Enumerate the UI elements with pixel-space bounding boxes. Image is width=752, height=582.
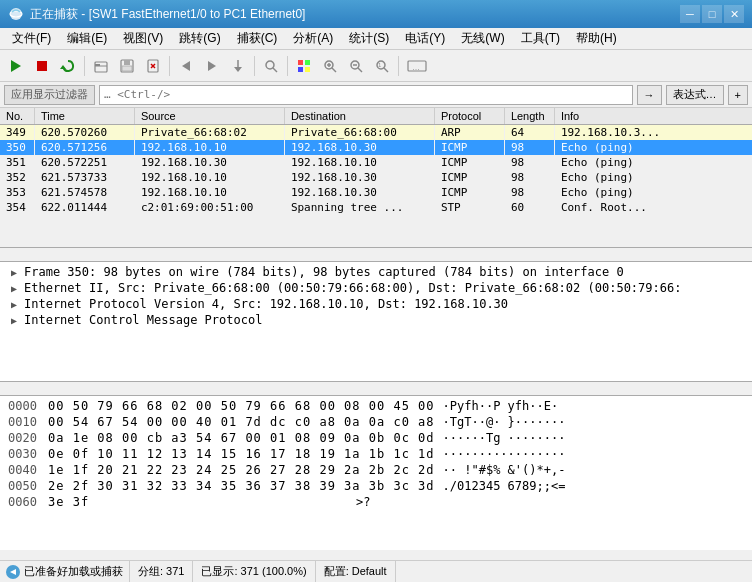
cell-info: Echo (ping)	[554, 140, 752, 155]
svg-line-18	[273, 68, 277, 72]
status-profile: 配置: Default	[316, 561, 396, 582]
svg-rect-19	[298, 60, 303, 65]
stop-capture-button[interactable]	[30, 54, 54, 78]
cell-proto: ICMP	[434, 170, 504, 185]
filter-expression-button[interactable]: 表达式…	[666, 85, 724, 105]
find-icon	[263, 58, 279, 74]
capture-options-button[interactable]: …	[403, 54, 431, 78]
zoom-in-button[interactable]	[318, 54, 342, 78]
hex-bytes: 0a 1e 08 00 cb a3 54 67 00 01 08 09 0a 0…	[48, 431, 435, 445]
status-displayed-text: 已显示: 371 (100.0%)	[201, 564, 306, 579]
shark-mini-icon	[8, 567, 18, 577]
menu-stats[interactable]: 统计(S)	[341, 28, 397, 49]
menu-help[interactable]: 帮助(H)	[568, 28, 625, 49]
hex-row: 0060 3e 3f >?	[0, 494, 752, 510]
hex-row: 0010 00 54 67 54 00 00 40 01 7d dc c0 a8…	[0, 414, 752, 430]
table-row[interactable]: 354 622.011444 c2:01:69:00:51:00 Spannin…	[0, 200, 752, 215]
cell-proto: STP	[434, 200, 504, 215]
hex-offset: 0040	[8, 463, 40, 477]
table-row[interactable]: 349 620.570260 Private_66:68:02 Private_…	[0, 125, 752, 141]
close-capture-button[interactable]	[141, 54, 165, 78]
svg-rect-22	[305, 67, 310, 72]
title-controls: ─ □ ✕	[680, 5, 744, 23]
hex-panel[interactable]: 0000 00 50 79 66 68 02 00 50 79 66 68 00…	[0, 396, 752, 550]
cell-dst: Private_66:68:00	[284, 125, 434, 141]
detail-row[interactable]: ▶ Frame 350: 98 bytes on wire (784 bits)…	[0, 264, 752, 280]
table-row[interactable]: 352 621.573733 192.168.10.10 192.168.10.…	[0, 170, 752, 185]
maximize-button[interactable]: □	[702, 5, 722, 23]
cell-no: 350	[0, 140, 34, 155]
hex-row: 0020 0a 1e 08 00 cb a3 54 67 00 01 08 09…	[0, 430, 752, 446]
hex-ascii: >?	[356, 495, 370, 509]
menu-wireless[interactable]: 无线(W)	[453, 28, 512, 49]
cell-len: 98	[504, 140, 554, 155]
find-button[interactable]	[259, 54, 283, 78]
back-button[interactable]	[174, 54, 198, 78]
jump-icon	[230, 58, 246, 74]
start-capture-button[interactable]	[4, 54, 28, 78]
menu-file[interactable]: 文件(F)	[4, 28, 59, 49]
hex-row: 0030 0e 0f 10 11 12 13 14 15 16 17 18 19…	[0, 446, 752, 462]
hex-offset: 0030	[8, 447, 40, 461]
menu-go[interactable]: 跳转(G)	[171, 28, 228, 49]
cell-len: 64	[504, 125, 554, 141]
menu-phone[interactable]: 电话(Y)	[397, 28, 453, 49]
stop-icon	[34, 58, 50, 74]
detail-row[interactable]: ▶ Internet Control Message Protocol	[0, 312, 752, 328]
status-ready-text: 已准备好加载或捕获	[24, 564, 123, 579]
packet-scroll[interactable]: No. Time Source Destination Protocol Len…	[0, 108, 752, 247]
cell-proto: ICMP	[434, 155, 504, 170]
save-file-button[interactable]	[115, 54, 139, 78]
col-info: Info	[554, 108, 752, 125]
open-file-button[interactable]	[89, 54, 113, 78]
menu-capture[interactable]: 捕获(C)	[229, 28, 286, 49]
menu-view[interactable]: 视图(V)	[115, 28, 171, 49]
table-row[interactable]: 353 621.574578 192.168.10.10 192.168.10.…	[0, 185, 752, 200]
forward-icon	[204, 58, 220, 74]
zoom-out-icon	[348, 58, 364, 74]
table-row[interactable]: 350 620.571256 192.168.10.10 192.168.10.…	[0, 140, 752, 155]
cell-no: 351	[0, 155, 34, 170]
cell-src: 192.168.10.10	[134, 185, 284, 200]
menu-bar: 文件(F) 编辑(E) 视图(V) 跳转(G) 捕获(C) 分析(A) 统计(S…	[0, 28, 752, 50]
zoom-reset-button[interactable]: 1	[370, 54, 394, 78]
cell-len: 98	[504, 155, 554, 170]
status-bar: 已准备好加载或捕获 分组: 371 已显示: 371 (100.0%) 配置: …	[0, 560, 752, 582]
detail-expand-icon[interactable]: ▶	[8, 298, 20, 310]
jump-button[interactable]	[226, 54, 250, 78]
status-ready-section: 已准备好加载或捕获	[0, 561, 130, 582]
zoom-reset-icon: 1	[374, 58, 390, 74]
toolbar-sep-2	[169, 56, 170, 76]
restart-capture-button[interactable]	[56, 54, 80, 78]
zoom-out-button[interactable]	[344, 54, 368, 78]
detail-expand-icon[interactable]: ▶	[8, 266, 20, 278]
detail-horizontal-scrollbar[interactable]	[0, 382, 752, 396]
detail-panel[interactable]: ▶ Frame 350: 98 bytes on wire (784 bits)…	[0, 262, 752, 382]
menu-tools[interactable]: 工具(T)	[513, 28, 568, 49]
cell-info: Echo (ping)	[554, 155, 752, 170]
filter-add-button[interactable]: +	[728, 85, 748, 105]
col-no: No.	[0, 108, 34, 125]
colorize-button[interactable]	[292, 54, 316, 78]
detail-row[interactable]: ▶ Ethernet II, Src: Private_66:68:00 (00…	[0, 280, 752, 296]
detail-row[interactable]: ▶ Internet Protocol Version 4, Src: 192.…	[0, 296, 752, 312]
table-row[interactable]: 351 620.572251 192.168.10.30 192.168.10.…	[0, 155, 752, 170]
detail-expand-icon[interactable]: ▶	[8, 314, 20, 326]
hex-offset: 0020	[8, 431, 40, 445]
start-icon	[8, 58, 24, 74]
close-button[interactable]: ✕	[724, 5, 744, 23]
minimize-button[interactable]: ─	[680, 5, 700, 23]
svg-marker-2	[11, 60, 21, 72]
filter-input[interactable]	[99, 85, 633, 105]
open-icon	[93, 58, 109, 74]
detail-expand-icon[interactable]: ▶	[8, 282, 20, 294]
forward-button[interactable]	[200, 54, 224, 78]
menu-edit[interactable]: 编辑(E)	[59, 28, 115, 49]
menu-analyze[interactable]: 分析(A)	[285, 28, 341, 49]
status-packets: 分组: 371	[130, 561, 193, 582]
cell-proto: ARP	[434, 125, 504, 141]
filter-apply-button[interactable]: →	[637, 85, 662, 105]
svg-line-28	[358, 68, 362, 72]
cell-time: 621.573733	[34, 170, 134, 185]
table-horizontal-scrollbar[interactable]	[0, 248, 752, 262]
